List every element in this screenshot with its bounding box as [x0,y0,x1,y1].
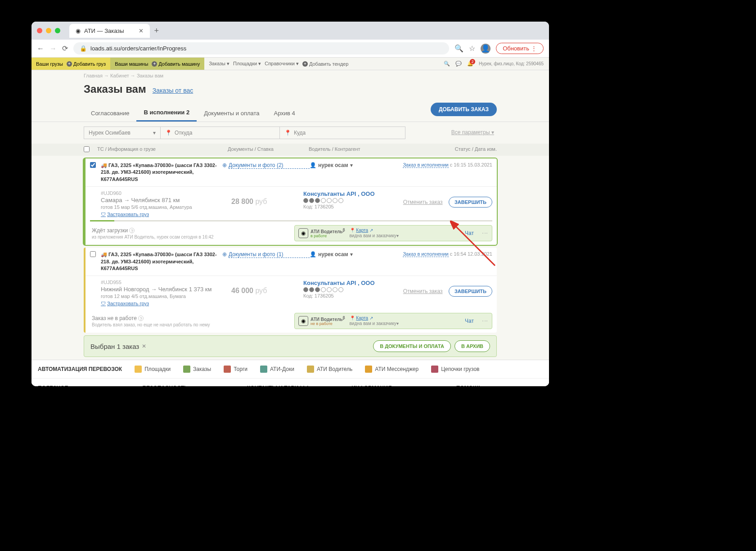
insure-link[interactable]: 🛡Застраховать груз [101,301,149,306]
filter-driver-select[interactable]: Нурек Осимбаев▾ [84,126,160,139]
add-order-button[interactable]: ДОБАВИТЬ ЗАКАЗ [431,103,497,116]
chat-link[interactable]: Чат [465,230,474,236]
th-driver: Водитель / Контрагент [309,146,403,153]
chat-icon[interactable]: 💬 [455,61,462,67]
to-archive-button[interactable]: В АРХИВ [454,340,490,352]
nav-platforms[interactable]: Площадки ▾ [233,61,261,67]
to-documents-button[interactable]: В ДОКУМЕНТЫ И ОПЛАТА [373,340,451,352]
plus-icon: ⊕ [222,251,227,257]
notifications-icon[interactable]: 🔔 [467,61,473,67]
tab-approval[interactable]: Согласование [84,105,136,121]
status-link[interactable]: Заказ в исполнении [403,251,448,257]
map-visibility: видна вам и заказчику [350,233,396,238]
reload-icon[interactable]: ⟳ [62,44,68,53]
tool-orders[interactable]: Заказы [183,366,211,373]
chevron-down-icon: ▾ [153,130,156,136]
tab-archive[interactable]: Архив 4 [267,105,302,121]
documents-link[interactable]: Документы и фото (1) [229,251,310,258]
address-bar[interactable]: 🔒 loads.ati.su/orders/carrier/InProgress [73,42,449,54]
order-card: 🚚 ГАЗ, 2325 «Купава-370030» (шасси ГАЗ 3… [84,248,497,333]
tab-in-progress[interactable]: В исполнении 2 [136,104,197,122]
pin-icon: 📍 [284,130,291,136]
order-checkbox[interactable] [90,251,96,257]
tool-driver[interactable]: АТИ Водитель [307,366,352,373]
external-icon: ↗ [369,316,373,321]
selection-bar: Выбран 1 заказ ✕ В ДОКУМЕНТЫ И ОПЛАТА В … [84,335,497,357]
tab-documents[interactable]: Документы и оплата [197,105,266,121]
nav-right: 🔍 💬 🔔 Нурек, физ.лицо, Код: 2590465 [444,61,549,67]
more-menu-icon[interactable]: ⋮ [482,230,488,236]
star-icon[interactable]: ☆ [469,44,475,53]
chat-link[interactable]: Чат [465,318,474,324]
help-icon[interactable]: ? [138,316,144,321]
chevron-down-icon[interactable]: ▾ [396,321,399,326]
select-all-checkbox[interactable] [84,146,90,152]
update-button[interactable]: Обновить ⋮ [496,43,544,54]
add-cargo-button[interactable]: +Добавить груз [67,61,106,67]
menu-dots-icon[interactable]: ⋮ [531,45,537,52]
zoom-icon[interactable]: 🔍 [454,44,464,53]
finish-button[interactable]: ЗАВЕРШИТЬ [449,286,492,297]
nav-your-cargo[interactable]: Ваши грузы [36,61,63,67]
pin-icon: 📍 [350,228,355,233]
close-tab-icon[interactable]: ✕ [139,27,144,34]
counterparty-link[interactable]: Консультанты API , ООО [303,190,398,197]
chevron-down-icon[interactable]: ▾ [396,233,399,238]
finish-button[interactable]: ЗАВЕРШИТЬ [449,197,492,208]
help-icon[interactable]: ? [129,228,135,233]
page-title: Заказы вам [84,83,146,95]
more-menu-icon[interactable]: ⋮ [482,318,488,324]
vehicle-text: ГАЗ, 2325 «Купава-370030» (шасси ГАЗ 330… [101,163,217,182]
filter-from-input[interactable]: 📍Откуда [160,126,279,139]
ready-text: готов 12 мар 4/5 отд.машина, Бумага [101,294,231,299]
cancel-order-link[interactable]: Отменить заказ [403,199,443,205]
filter-to-input[interactable]: 📍Куда [279,126,405,139]
map-link[interactable]: Карта [356,316,368,321]
person-icon: 👤 [310,162,316,168]
nav-directories[interactable]: Справочники ▾ [265,61,299,67]
close-window-icon[interactable] [37,28,42,33]
user-info[interactable]: Нурек, физ.лицо, Код: 2590465 [479,61,544,66]
add-vehicle-button[interactable]: +Добавить машину [152,61,200,67]
truck-icon: 🚚 [101,252,108,257]
tool-chains[interactable]: Цепочки грузов [431,366,479,373]
cancel-order-link[interactable]: Отменить заказ [403,288,443,294]
docs-icon [260,366,267,373]
nav-orders[interactable]: Заказы ▾ [209,61,230,67]
fc-useful: ПОЛЕЗНОЕ [38,385,124,386]
tool-auctions[interactable]: Торги [224,366,248,373]
order-card: 🚚 ГАЗ, 2325 «Купава-370030» (шасси ГАЗ 3… [84,158,497,245]
app-logo-icon: ◉ [298,316,308,326]
external-icon: ↗ [369,228,373,233]
map-link[interactable]: Карта [356,228,368,233]
driver-select[interactable]: 👤нурек осам▾ [310,162,400,168]
counterparty-code: Код: 1736205 [303,204,398,209]
orders-from-you-link[interactable]: Заказы от вас [153,87,194,94]
chrome-tab-bar: ◉ АТИ — Заказы ✕ + [32,22,549,40]
all-params-link[interactable]: Все параметры ▾ [449,126,497,139]
minimize-window-icon[interactable] [46,28,51,33]
back-icon[interactable]: ← [37,45,44,53]
nav-cargo-section: Ваши грузы +Добавить груз [32,58,110,70]
insure-link[interactable]: 🛡Застраховать груз [101,212,149,217]
tool-platforms[interactable]: Площадки [135,366,171,373]
order-checkbox[interactable] [90,162,96,168]
documents-link[interactable]: Документы и фото (2) [229,162,310,169]
platforms-icon [135,366,142,373]
status-link[interactable]: Заказ в исполнении [403,162,448,168]
search-icon[interactable]: 🔍 [444,61,450,67]
driver-select[interactable]: 👤нурек осам▾ [310,251,400,257]
tool-docs[interactable]: АТИ-Доки [260,366,294,373]
add-tender-button[interactable]: +Добавить тендер [302,61,348,67]
clear-selection-icon[interactable]: ✕ [142,343,146,349]
driver-icon [307,366,314,373]
app-name: АТИ Водительβ [310,316,345,322]
counterparty-link[interactable]: Консультанты API , ООО [303,280,398,286]
new-tab-icon[interactable]: + [154,26,159,36]
browser-tab[interactable]: ◉ АТИ — Заказы ✕ [69,24,150,38]
profile-icon[interactable]: 👤 [481,44,490,54]
forward-icon[interactable]: → [50,45,57,53]
nav-your-vehicles[interactable]: Ваши машины [115,61,148,67]
tool-messenger[interactable]: АТИ Мессенджер [365,366,418,373]
maximize-window-icon[interactable] [55,28,60,33]
